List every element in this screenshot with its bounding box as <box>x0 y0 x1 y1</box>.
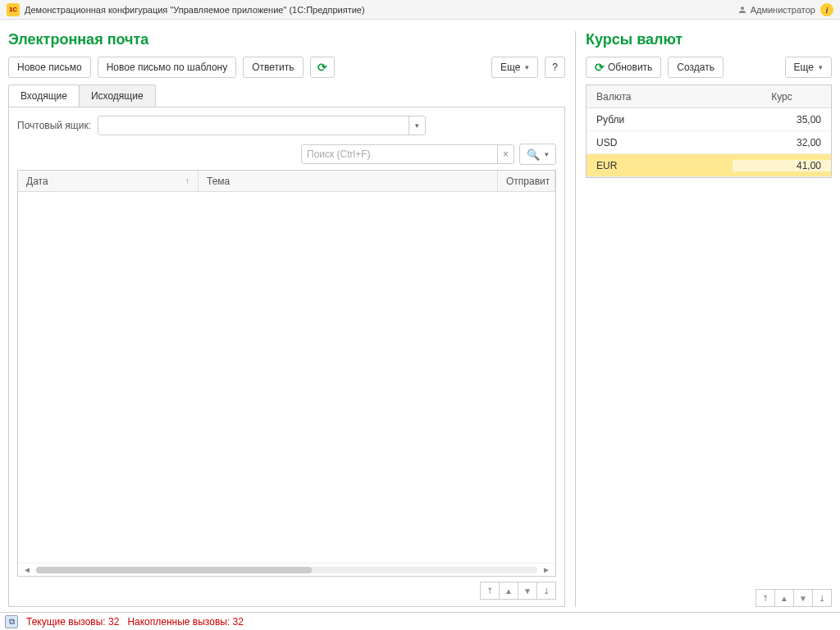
mailbox-dropdown-button[interactable]: ▾ <box>409 116 425 135</box>
info-icon[interactable]: i <box>820 3 833 16</box>
refresh-icon: ⟳ <box>595 61 605 74</box>
rates-nav-buttons: ⤒ ▲ ▼ ⤓ <box>586 589 832 607</box>
column-currency[interactable]: Валюта <box>587 91 733 103</box>
new-mail-template-button[interactable]: Новое письмо по шаблону <box>98 57 237 78</box>
table-row[interactable]: Рубли35,00 <box>587 108 831 131</box>
nav-last-button[interactable]: ⤓ <box>536 582 556 600</box>
nav-last-button[interactable]: ⤓ <box>812 589 832 607</box>
bar-up-icon: ⤒ <box>762 594 769 603</box>
mailbox-input[interactable] <box>98 116 409 135</box>
currency-rate: 32,00 <box>733 137 831 148</box>
table-row[interactable]: EUR41,00 <box>587 154 831 177</box>
triangle-down-icon: ▼ <box>799 594 807 603</box>
nav-up-button[interactable]: ▲ <box>499 582 518 600</box>
search-icon: 🔍 <box>527 148 540 161</box>
grid-header: Дата ↑ Тема Отправит <box>18 171 555 192</box>
create-rate-button[interactable]: Создать <box>668 57 724 78</box>
grid-hscrollbar[interactable]: ◄ ► <box>18 563 555 576</box>
rates-panel: Курсы валют ⟳Обновить Создать Еще▾ Валют… <box>586 31 832 607</box>
table-row[interactable]: USD32,00 <box>587 131 831 154</box>
titlebar: 1C Демонстрационная конфигурация "Управл… <box>0 0 840 20</box>
nav-down-button[interactable]: ▼ <box>793 589 813 607</box>
chevron-down-icon: ▾ <box>415 121 419 130</box>
statusbar: ⧉ Текущие вызовы: 32 Накопленные вызовы:… <box>0 612 840 630</box>
rates-toolbar: ⟳Обновить Создать Еще▾ <box>586 57 832 78</box>
bar-up-icon: ⤒ <box>486 587 493 596</box>
tab-inbox[interactable]: Входящие <box>8 84 80 107</box>
rates-table[interactable]: Валюта Курс Рубли35,00USD32,00EUR41,00 <box>586 84 832 178</box>
grid-nav-buttons: ⤒ ▲ ▼ ⤓ <box>17 582 556 600</box>
refresh-icon: ⟳ <box>317 61 327 74</box>
search-box[interactable]: × <box>301 144 514 164</box>
close-icon: × <box>503 148 509 160</box>
mailbox-combo[interactable]: ▾ <box>98 116 426 135</box>
email-tabs: Входящие Исходящие <box>8 84 565 107</box>
user-icon <box>737 5 747 15</box>
triangle-up-icon: ▲ <box>780 594 788 603</box>
grid-body[interactable] <box>18 192 555 563</box>
currency-rate: 35,00 <box>733 114 831 126</box>
current-user[interactable]: Администратор <box>737 5 815 15</box>
sort-asc-icon: ↑ <box>185 176 189 185</box>
column-date[interactable]: Дата ↑ <box>18 171 199 191</box>
email-toolbar: Новое письмо Новое письмо по шаблону Отв… <box>8 57 565 78</box>
tab-outbox[interactable]: Исходящие <box>79 84 156 107</box>
mailbox-label: Почтовый ящик: <box>17 120 91 131</box>
email-panel: Электронная почта Новое письмо Новое пис… <box>8 31 565 607</box>
app-title: Демонстрационная конфигурация "Управляем… <box>25 5 365 15</box>
scroll-right-icon[interactable]: ► <box>542 565 550 574</box>
nav-up-button[interactable]: ▲ <box>774 589 794 607</box>
panel-divider[interactable] <box>575 31 576 607</box>
chevron-down-icon: ▾ <box>525 63 529 71</box>
triangle-up-icon: ▲ <box>504 587 513 596</box>
search-input[interactable] <box>302 145 497 163</box>
currency-rate: 41,00 <box>733 160 831 171</box>
rates-title: Курсы валют <box>586 31 832 48</box>
email-grid[interactable]: Дата ↑ Тема Отправит ◄ ► <box>17 170 556 577</box>
column-rate[interactable]: Курс <box>733 91 831 103</box>
chevron-down-icon: ▾ <box>545 150 549 158</box>
search-button[interactable]: 🔍▾ <box>519 144 556 165</box>
column-sender[interactable]: Отправит <box>498 171 555 191</box>
bar-down-icon: ⤓ <box>543 587 550 596</box>
app-logo-icon: 1C <box>7 3 20 16</box>
currency-name: Рубли <box>587 114 733 126</box>
rates-more-button[interactable]: Еще▾ <box>785 57 832 78</box>
currency-name: EUR <box>587 160 733 171</box>
refresh-mail-button[interactable]: ⟳ <box>310 57 335 78</box>
user-name: Администратор <box>751 5 815 15</box>
nav-first-button[interactable]: ⤒ <box>480 582 500 600</box>
scroll-left-icon[interactable]: ◄ <box>23 565 31 574</box>
rates-header: Валюта Курс <box>587 85 831 108</box>
scroll-track[interactable] <box>36 567 537 573</box>
more-button[interactable]: Еще▾ <box>491 57 538 78</box>
status-icon[interactable]: ⧉ <box>5 615 18 628</box>
triangle-down-icon: ▼ <box>523 587 532 596</box>
column-topic[interactable]: Тема <box>199 171 498 191</box>
bar-down-icon: ⤓ <box>819 594 825 603</box>
reply-button[interactable]: Ответить <box>243 57 303 78</box>
new-mail-button[interactable]: Новое письмо <box>8 57 91 78</box>
clear-search-button[interactable]: × <box>497 145 514 163</box>
chevron-down-icon: ▾ <box>819 63 823 71</box>
currency-name: USD <box>587 137 733 148</box>
help-button[interactable]: ? <box>545 57 565 78</box>
refresh-rates-button[interactable]: ⟳Обновить <box>586 57 661 78</box>
status-accum: Накопленные вызовы: 32 <box>127 616 244 628</box>
email-tab-body: Почтовый ящик: ▾ × 🔍▾ Дата ↑ <box>8 107 565 607</box>
status-current: Текущие вызовы: 32 <box>26 616 119 628</box>
scroll-thumb[interactable] <box>36 567 312 573</box>
email-title: Электронная почта <box>8 31 565 48</box>
nav-first-button[interactable]: ⤒ <box>756 589 775 607</box>
nav-down-button[interactable]: ▼ <box>518 582 537 600</box>
